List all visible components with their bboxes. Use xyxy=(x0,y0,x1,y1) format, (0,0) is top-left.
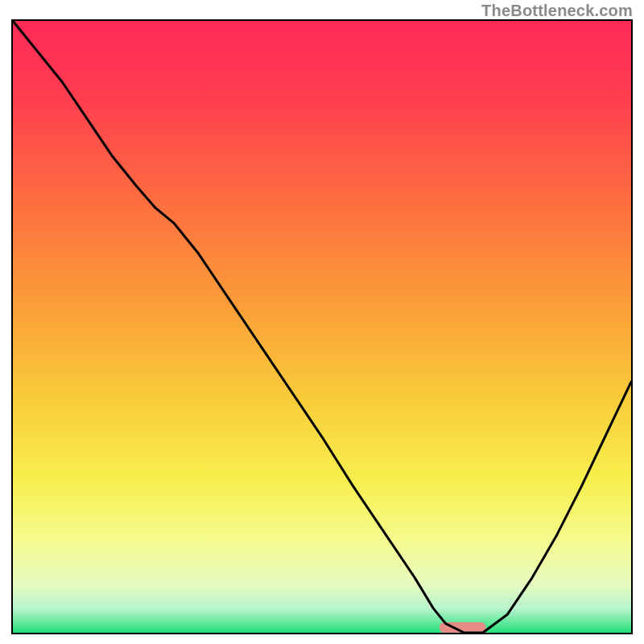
gradient-bg xyxy=(13,21,631,633)
chart-panel xyxy=(11,19,633,634)
chart-svg xyxy=(13,21,631,633)
watermark-text: TheBottleneck.com xyxy=(481,2,633,20)
